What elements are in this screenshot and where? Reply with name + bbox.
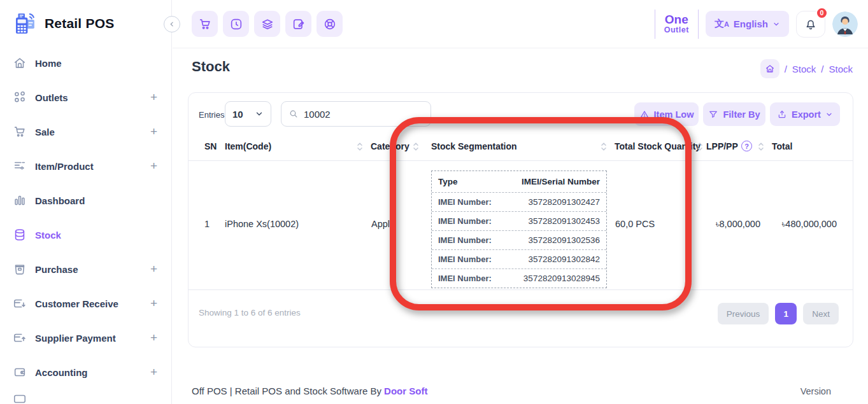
- home-icon: [13, 56, 27, 70]
- sidebar-item-supplier-payment[interactable]: Supplier Payment +: [0, 321, 171, 355]
- quick-note-edit-button[interactable]: [285, 11, 311, 37]
- expand-plus-icon[interactable]: +: [150, 331, 157, 345]
- expand-plus-icon[interactable]: +: [150, 159, 157, 173]
- sidebar-item-accounting[interactable]: Accounting +: [0, 355, 171, 389]
- outlet-indicator[interactable]: One Outlet: [655, 10, 699, 39]
- sidebar-item-label: Sale: [35, 127, 55, 137]
- current-page-button[interactable]: 1: [775, 303, 797, 324]
- search-input[interactable]: [304, 109, 423, 120]
- pos-machine-logo-icon: [11, 10, 38, 37]
- sidebar-item-label: Accounting: [35, 367, 88, 378]
- user-avatar[interactable]: [832, 11, 858, 37]
- breadcrumb: / Stock / Stock: [760, 59, 853, 78]
- entries-label: Entries: [199, 110, 224, 120]
- breadcrumb-separator: /: [785, 64, 787, 74]
- sort-icon[interactable]: [757, 142, 765, 151]
- segmentation-type-header: Type: [438, 177, 458, 186]
- filter-by-button[interactable]: Filter By: [703, 102, 765, 126]
- expand-plus-icon[interactable]: +: [150, 296, 157, 310]
- breadcrumb-home-button[interactable]: [760, 59, 779, 78]
- sidebar: Retail POS Home Outlets +: [0, 0, 172, 404]
- quick-clock-button[interactable]: [223, 11, 249, 37]
- export-label: Export: [792, 109, 821, 120]
- imei-row: IMEI Number: 3572820913028945: [432, 268, 606, 288]
- expand-plus-icon[interactable]: +: [150, 125, 157, 139]
- card-receive-icon: [13, 296, 27, 310]
- funnel-icon: [708, 109, 718, 120]
- sort-icon[interactable]: [411, 142, 420, 151]
- column-header-total-stock-quantity: Total Stock Quantity: [615, 141, 701, 151]
- layers-icon: [260, 17, 274, 31]
- sidebar-item-label: Item/Product: [35, 161, 94, 172]
- sidebar-item-sale[interactable]: Sale +: [0, 115, 171, 149]
- topbar: One Outlet 文A English 0: [173, 0, 868, 48]
- sidebar-item-purchase[interactable]: Purchase +: [0, 252, 171, 286]
- stock-segmentation-table: Type IMEI/Serial Number IMEI Number: 357…: [431, 171, 607, 288]
- outlet-label: Outlet: [664, 25, 689, 34]
- breadcrumb-item-stock-2[interactable]: Stock: [829, 64, 853, 74]
- footer-credit-text: Off POS | Retail POS and Stock Software …: [192, 386, 381, 396]
- entries-value: 10: [232, 109, 243, 120]
- lpp-help-icon[interactable]: ?: [741, 141, 752, 151]
- chevron-down-icon: [255, 109, 264, 118]
- database-icon: [13, 228, 27, 242]
- translate-icon: 文A: [715, 18, 729, 30]
- entries-select[interactable]: 10: [225, 101, 271, 127]
- brand-logo-row[interactable]: Retail POS: [0, 0, 171, 46]
- clock-square-icon: [229, 17, 243, 31]
- sort-icon[interactable]: [599, 142, 608, 151]
- item-low-button[interactable]: Item Low: [634, 102, 699, 126]
- brand-name: Retail POS: [45, 16, 114, 31]
- sidebar-item-label: Supplier Payment: [35, 333, 116, 344]
- quick-cart-button[interactable]: [192, 11, 218, 37]
- sidebar-item-dashboard[interactable]: Dashboard: [0, 183, 171, 218]
- imei-row: IMEI Number: 357282091302842: [432, 249, 606, 268]
- language-selector[interactable]: 文A English: [706, 11, 789, 37]
- table-row: 1 iPhone Xs(10002) Apple Type IMEI/Seria…: [189, 161, 853, 290]
- sidebar-item-label: Customer Receive: [35, 298, 118, 309]
- imei-row: IMEI Number: 357282091302427: [432, 192, 606, 211]
- sidebar-item-label: Dashboard: [35, 195, 85, 206]
- expand-plus-icon[interactable]: +: [150, 262, 157, 276]
- sidebar-collapse-button[interactable]: [164, 16, 180, 32]
- sidebar-item-outlets[interactable]: Outlets +: [0, 80, 171, 115]
- cell-item-code: iPhone Xs(10002): [225, 219, 299, 229]
- quick-wheel-button[interactable]: [317, 11, 343, 37]
- stock-table-card: Entries 10 Item Low F: [188, 92, 853, 347]
- cell-lpp-pp: ৳8,000,000: [685, 219, 760, 230]
- imei-type: IMEI Number:: [438, 254, 492, 264]
- sidebar-item-item-product[interactable]: Item/Product +: [0, 149, 171, 183]
- filter-by-label: Filter By: [723, 109, 760, 120]
- expand-plus-icon[interactable]: +: [150, 365, 157, 379]
- imei-row: IMEI Number: 357282091302453: [432, 211, 606, 230]
- export-button[interactable]: Export: [770, 102, 840, 126]
- column-header-total: Total: [772, 141, 792, 151]
- footer-brand-link[interactable]: Door Soft: [384, 386, 427, 396]
- sidebar-item-stock[interactable]: Stock: [0, 218, 171, 252]
- expand-plus-icon[interactable]: +: [150, 90, 157, 104]
- cell-total: ৳480,000,000: [763, 219, 837, 230]
- sort-icon[interactable]: [355, 142, 364, 151]
- avatar-image: [832, 11, 858, 37]
- sidebar-item-label: Home: [35, 58, 62, 69]
- breadcrumb-item-stock[interactable]: Stock: [792, 64, 816, 74]
- sidebar-item-label: Outlets: [35, 92, 68, 103]
- note-edit-icon: [292, 17, 306, 31]
- home-icon: [765, 64, 775, 74]
- column-header-item-code: Item(Code): [225, 141, 271, 151]
- quick-layers-button[interactable]: [254, 11, 280, 37]
- sort-icon[interactable]: [695, 142, 704, 151]
- column-header-lpp-pp: LPP/PP: [706, 141, 738, 151]
- sidebar-item-customer-receive[interactable]: Customer Receive +: [0, 286, 171, 321]
- next-page-button[interactable]: Next: [803, 303, 839, 324]
- previous-page-button[interactable]: Previous: [718, 303, 769, 324]
- notifications-button[interactable]: 0: [796, 11, 825, 38]
- imei-value: 357282091302842: [528, 254, 600, 264]
- sidebar-item-partial[interactable]: [0, 389, 171, 404]
- footer-text: Off POS | Retail POS and Stock Software …: [192, 386, 427, 396]
- breadcrumb-separator: /: [821, 64, 823, 74]
- imei-type: IMEI Number:: [438, 216, 492, 226]
- bar-chart-icon: [13, 193, 27, 207]
- column-header-stock-segmentation: Stock Segmentation: [431, 141, 517, 151]
- sidebar-item-home[interactable]: Home: [0, 46, 171, 80]
